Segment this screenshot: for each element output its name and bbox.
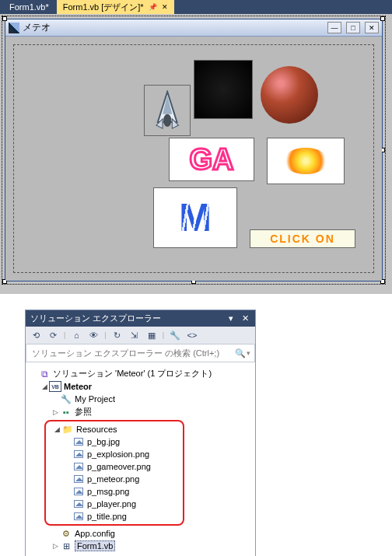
solution-icon: ⧉ (38, 369, 51, 379)
close-icon[interactable]: ✕ (162, 3, 168, 11)
tree-node-file[interactable]: p_player.png (46, 498, 183, 510)
image-icon (74, 488, 83, 495)
resize-handle[interactable] (2, 16, 7, 21)
maximize-button[interactable]: □ (346, 22, 360, 33)
tree-node-file[interactable]: p_explosion.png (46, 448, 183, 460)
tree-node-myproject[interactable]: 🔧 My Project (29, 393, 252, 405)
node-label: Resources (76, 425, 117, 434)
image-icon (74, 512, 83, 520)
form-client-area[interactable]: GA M CLICK ON (5, 37, 382, 281)
image-icon (74, 475, 83, 483)
pin-icon[interactable]: 📌 (149, 3, 157, 11)
node-label: p_title.png (87, 512, 127, 521)
search-input[interactable] (30, 348, 234, 358)
node-label: Meteor (64, 382, 92, 391)
node-label: App.config (75, 529, 115, 538)
tab-label: Form1.vb [デザイン]* (63, 2, 144, 13)
refresh-icon[interactable]: ↻ (111, 329, 124, 341)
picturebox-bg[interactable] (194, 60, 253, 119)
picturebox-explosion[interactable] (267, 138, 345, 184)
solution-tree: ⧉ ソリューション 'Meteor' (1 プロジェクト) ◢ VB Meteo… (26, 362, 255, 556)
tab-label: Form1.vb* (9, 2, 49, 12)
node-label: p_player.png (87, 499, 136, 509)
image-icon (74, 500, 83, 508)
home-icon[interactable]: ⌂ (70, 329, 82, 341)
solution-explorer-search[interactable]: 🔍 ▾ (26, 344, 255, 362)
node-label: p_gameover.png (87, 462, 151, 471)
svg-point-2 (163, 114, 171, 127)
node-label: Form1.vb (75, 540, 115, 551)
close-icon[interactable]: ✕ (240, 313, 250, 324)
tab-form1-designer[interactable]: Form1.vb [デザイン]* 📌 ✕ (57, 0, 174, 14)
tree-node-appconfig[interactable]: ⚙ App.config (29, 527, 252, 540)
minimize-button[interactable]: — (327, 22, 341, 33)
picturebox-player[interactable] (144, 85, 191, 136)
title-bar[interactable]: メテオ — □ ✕ (5, 19, 382, 37)
tree-node-project[interactable]: ◢ VB Meteor (29, 380, 252, 393)
resize-handle[interactable] (380, 16, 385, 21)
picturebox-meteor[interactable] (261, 66, 318, 124)
designer-surface: メテオ — □ ✕ (0, 14, 392, 294)
tree-node-file[interactable]: p_bg.jpg (46, 435, 183, 448)
form-window[interactable]: メテオ — □ ✕ (5, 19, 383, 281)
solution-explorer-title-bar[interactable]: ソリューション エクスプローラー ▾ ✕ (26, 310, 255, 327)
image-icon (74, 463, 83, 470)
msg-text: CLICK ON (270, 233, 335, 245)
close-button[interactable]: ✕ (365, 22, 379, 33)
image-icon (74, 450, 83, 458)
search-icon[interactable]: 🔍 (234, 347, 247, 359)
panel-title: ソリューション エクスプローラー (30, 313, 222, 324)
tree-node-references[interactable]: ▷ ▪▪ 参照 (29, 405, 252, 418)
vb-project-icon: VB (49, 381, 61, 392)
node-label: p_bg.jpg (87, 437, 120, 446)
image-icon (74, 438, 83, 446)
picturebox-gameover[interactable]: GA (169, 138, 254, 181)
expander-icon[interactable]: ▷ (51, 542, 60, 550)
solution-explorer-toolbar: ⟲ ⟳ | ⌂ 👁 | ↻ ⇲ ▦ | 🔧 <> (26, 327, 255, 344)
node-label: 参照 (75, 406, 92, 418)
tree-node-file[interactable]: p_msg.png (46, 485, 183, 498)
window-title: メテオ (23, 21, 323, 34)
code-icon[interactable]: <> (186, 329, 198, 341)
back-icon[interactable]: ⟲ (30, 329, 42, 341)
tree-node-file[interactable]: p_gameover.png (46, 460, 183, 473)
solution-explorer-panel: ソリューション エクスプローラー ▾ ✕ ⟲ ⟳ | ⌂ 👁 | ↻ ⇲ ▦ |… (25, 309, 256, 556)
collapse-icon[interactable]: ⇲ (128, 329, 141, 341)
expander-icon[interactable]: ◢ (40, 383, 49, 390)
expander-icon[interactable]: ▷ (51, 408, 60, 416)
dropdown-icon[interactable]: ▾ (226, 313, 236, 324)
expander-icon[interactable]: ◢ (52, 425, 61, 433)
node-label: My Project (75, 394, 115, 404)
showall-icon[interactable]: ▦ (145, 329, 158, 341)
tab-form1-code[interactable]: Form1.vb* (3, 0, 55, 14)
sync-icon[interactable]: 👁 (87, 329, 100, 341)
app-icon (9, 23, 19, 33)
picturebox-title[interactable]: M (153, 187, 237, 248)
tree-node-form1[interactable]: ▷ ⊞ Form1.vb (29, 540, 252, 552)
picturebox-msg[interactable]: CLICK ON (250, 229, 355, 248)
wrench-icon: 🔧 (60, 393, 72, 404)
document-tab-bar: Form1.vb* Form1.vb [デザイン]* 📌 ✕ (0, 0, 392, 14)
highlighted-resources-group: ◢ 📁 Resources p_bg.jpg p_explosion.png p… (44, 420, 184, 526)
node-label: p_msg.png (87, 487, 129, 496)
node-label: p_explosion.png (87, 449, 149, 459)
node-label: p_meteor.png (87, 474, 139, 484)
tree-node-resources[interactable]: ◢ 📁 Resources (46, 423, 183, 435)
references-icon: ▪▪ (60, 407, 72, 418)
tree-node-solution[interactable]: ⧉ ソリューション 'Meteor' (1 プロジェクト) (29, 367, 252, 380)
folder-icon: 📁 (61, 424, 74, 435)
title-text: M (179, 202, 212, 233)
forward-icon[interactable]: ⟳ (47, 329, 59, 341)
gameover-text: GA (190, 143, 234, 177)
explosion-graphic (283, 148, 329, 175)
config-icon: ⚙ (60, 528, 72, 539)
node-label: ソリューション 'Meteor' (1 プロジェクト) (53, 368, 212, 379)
form-icon: ⊞ (60, 540, 72, 551)
tree-node-file[interactable]: p_meteor.png (46, 473, 183, 485)
tree-node-file[interactable]: p_title.png (46, 510, 183, 523)
properties-icon[interactable]: 🔧 (169, 329, 181, 341)
